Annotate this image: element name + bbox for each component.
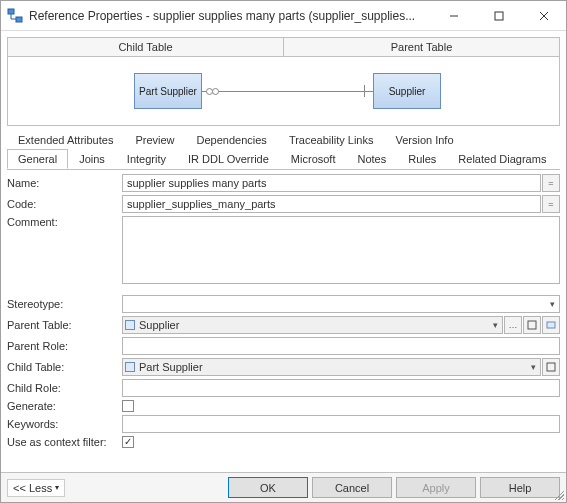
name-field[interactable] xyxy=(122,174,541,192)
parent-table-label: Parent Table: xyxy=(7,319,122,331)
svg-rect-6 xyxy=(528,321,536,329)
keywords-field[interactable] xyxy=(122,415,560,433)
relationship-diagram: Child Table Parent Table Part Supplier S… xyxy=(7,37,560,126)
apply-button[interactable]: Apply xyxy=(396,477,476,498)
tab-related-diagrams[interactable]: Related Diagrams xyxy=(447,149,557,169)
stereotype-label: Stereotype: xyxy=(7,298,122,310)
cardinality-many-icon-2 xyxy=(212,88,219,95)
chevron-down-icon: ▾ xyxy=(55,483,59,492)
name-label: Name: xyxy=(7,177,122,189)
tab-extended-attributes[interactable]: Extended Attributes xyxy=(7,130,124,149)
tab-notes[interactable]: Notes xyxy=(346,149,397,169)
svg-rect-0 xyxy=(8,9,14,14)
chevron-down-icon: ▾ xyxy=(491,320,500,330)
keywords-label: Keywords: xyxy=(7,418,122,430)
general-tab-form: Name: = Code: = Comment: Stereotype: xyxy=(7,174,560,472)
tab-joins[interactable]: Joins xyxy=(68,149,116,169)
parent-table-select[interactable]: Supplier ▾ xyxy=(122,316,503,334)
window-controls xyxy=(431,1,566,30)
child-role-label: Child Role: xyxy=(7,382,122,394)
stereotype-select[interactable]: ▾ xyxy=(122,295,560,313)
parent-entity-box[interactable]: Supplier xyxy=(373,73,441,109)
parent-table-properties-button[interactable] xyxy=(523,316,541,334)
tab-microsoft[interactable]: Microsoft xyxy=(280,149,347,169)
parent-role-field[interactable] xyxy=(122,337,560,355)
generate-checkbox[interactable] xyxy=(122,400,134,412)
context-filter-label: Use as context filter: xyxy=(7,436,122,448)
code-label: Code: xyxy=(7,198,122,210)
resize-grip[interactable] xyxy=(552,488,564,500)
help-button[interactable]: Help xyxy=(480,477,560,498)
maximize-button[interactable] xyxy=(476,1,521,30)
tabstrip: Extended AttributesPreviewDependenciesTr… xyxy=(7,130,560,170)
reference-icon xyxy=(7,8,23,24)
cancel-button[interactable]: Cancel xyxy=(312,477,392,498)
chevron-down-icon: ▾ xyxy=(548,299,557,309)
tab-preview[interactable]: Preview xyxy=(124,130,185,149)
chevron-down-icon: ▾ xyxy=(529,362,538,372)
child-table-header: Child Table xyxy=(8,38,284,56)
tab-version-info[interactable]: Version Info xyxy=(384,130,464,149)
context-filter-checkbox[interactable]: ✓ xyxy=(122,436,134,448)
tab-traceability-links[interactable]: Traceability Links xyxy=(278,130,385,149)
comment-field[interactable] xyxy=(122,216,560,284)
code-field[interactable] xyxy=(122,195,541,213)
generate-label: Generate: xyxy=(7,400,122,412)
parent-table-browse-button[interactable]: … xyxy=(504,316,522,334)
child-role-field[interactable] xyxy=(122,379,560,397)
parent-table-header: Parent Table xyxy=(284,38,559,56)
window-title: Reference Properties - supplier supplies… xyxy=(29,9,431,23)
child-table-select[interactable]: Part Supplier ▾ xyxy=(122,358,541,376)
code-lock-button[interactable]: = xyxy=(542,195,560,213)
cardinality-one-icon xyxy=(364,85,365,97)
svg-rect-1 xyxy=(16,17,22,22)
tab-ir-ddl-override[interactable]: IR DDL Override xyxy=(177,149,280,169)
comment-label: Comment: xyxy=(7,216,122,228)
svg-rect-3 xyxy=(495,12,503,20)
child-table-label: Child Table: xyxy=(7,361,122,373)
less-button[interactable]: << Less ▾ xyxy=(7,479,65,497)
table-icon xyxy=(125,362,135,372)
tab-general[interactable]: General xyxy=(7,149,68,169)
dialog-window: Reference Properties - supplier supplies… xyxy=(0,0,567,503)
child-entity-box[interactable]: Part Supplier xyxy=(134,73,202,109)
relationship-line xyxy=(202,91,373,92)
child-table-properties-button[interactable] xyxy=(542,358,560,376)
parent-role-label: Parent Role: xyxy=(7,340,122,352)
close-button[interactable] xyxy=(521,1,566,30)
table-icon xyxy=(125,320,135,330)
svg-rect-8 xyxy=(547,363,555,371)
parent-table-create-button[interactable] xyxy=(542,316,560,334)
svg-rect-7 xyxy=(547,322,555,328)
titlebar: Reference Properties - supplier supplies… xyxy=(1,1,566,31)
tab-integrity[interactable]: Integrity xyxy=(116,149,177,169)
name-lock-button[interactable]: = xyxy=(542,174,560,192)
tab-dependencies[interactable]: Dependencies xyxy=(186,130,278,149)
tab-rules[interactable]: Rules xyxy=(397,149,447,169)
dialog-button-bar: << Less ▾ OK Cancel Apply Help xyxy=(1,472,566,502)
ok-button[interactable]: OK xyxy=(228,477,308,498)
minimize-button[interactable] xyxy=(431,1,476,30)
